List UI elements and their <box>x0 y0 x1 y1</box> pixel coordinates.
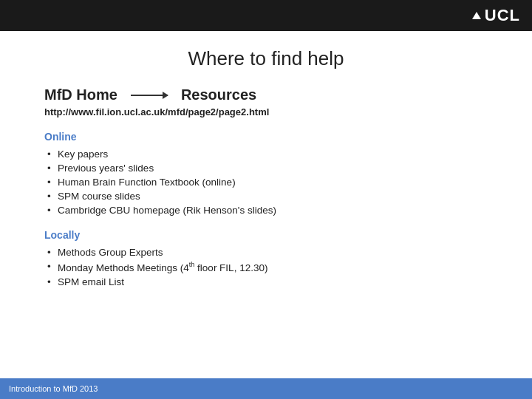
list-item: Previous years' slides <box>44 161 488 175</box>
footer-text: Introduction to MfD 2013 <box>9 384 98 393</box>
resources-header: MfD Home Resources <box>44 86 488 103</box>
ucl-logo: UCL <box>472 6 520 25</box>
list-item: SPM course slides <box>44 189 488 203</box>
locally-section-title: Locally <box>44 229 488 241</box>
main-content: Where to find help MfD Home Resources ht… <box>0 31 532 316</box>
list-item: Monday Methods Meetings (4th floor FIL, … <box>44 259 488 275</box>
resources-label: Resources <box>181 86 256 103</box>
online-list: Key papers Previous years' slides Human … <box>44 147 488 217</box>
list-item: Key papers <box>44 147 488 161</box>
bottom-bar: Introduction to MfD 2013 <box>0 378 532 399</box>
page-title: Where to find help <box>44 47 488 70</box>
ucl-logo-text: UCL <box>485 6 520 25</box>
ucl-triangle-icon <box>472 12 481 19</box>
list-item: Methods Group Experts <box>44 245 488 259</box>
top-bar: UCL <box>0 0 532 31</box>
arrow-line <box>131 95 168 96</box>
url-text: http://www.fil.ion.ucl.ac.uk/mfd/page2/p… <box>44 106 488 117</box>
list-item: Human Brain Function Textbook (online) <box>44 175 488 189</box>
mfd-home-label: MfD Home <box>44 86 117 103</box>
arrow-icon <box>131 95 168 96</box>
locally-list: Methods Group Experts Monday Methods Mee… <box>44 245 488 289</box>
online-section-title: Online <box>44 131 488 143</box>
list-item: SPM email List <box>44 275 488 289</box>
list-item: Cambridge CBU homepage (Rik Henson's sli… <box>44 203 488 217</box>
